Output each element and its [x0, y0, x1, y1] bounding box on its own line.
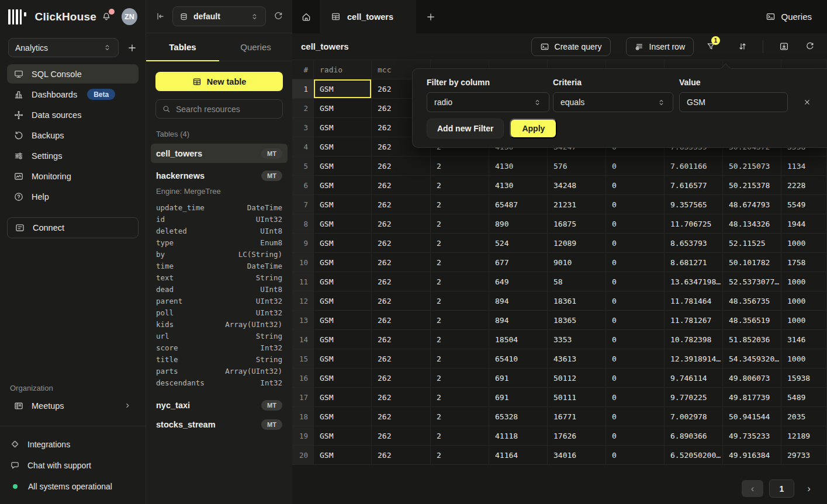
cell-r11-c9[interactable]: 1000 [781, 272, 827, 291]
cell-r18-c1[interactable]: GSM [314, 407, 372, 426]
avatar[interactable]: ZN [122, 8, 137, 25]
cell-r20-c9[interactable]: 29733 [781, 446, 827, 465]
cell-r19-c6[interactable]: 0 [606, 426, 665, 446]
cell-r18-c6[interactable]: 0 [606, 407, 665, 426]
cell-r15-c9[interactable]: 1000 [781, 349, 827, 369]
cell-r16-c3[interactable]: 2 [431, 369, 489, 388]
cell-r6-c3[interactable]: 2 [431, 176, 489, 195]
row-number[interactable]: 9 [292, 234, 314, 253]
cell-r7-c3[interactable]: 2 [431, 195, 489, 214]
cell-r11-c1[interactable]: GSM [314, 272, 372, 291]
cell-r8-c2[interactable]: 262 [372, 214, 431, 234]
tab-queries[interactable]: Queries [219, 33, 292, 61]
cell-r5-c8[interactable]: 50.215073 [723, 157, 781, 176]
filter-value-input[interactable] [679, 92, 788, 112]
cell-r11-c4[interactable]: 649 [489, 272, 548, 291]
cell-r17-c4[interactable]: 691 [489, 388, 548, 407]
cell-r15-c2[interactable]: 262 [372, 349, 431, 369]
row-number[interactable]: 11 [292, 272, 314, 291]
cell-r9-c3[interactable]: 2 [431, 234, 489, 253]
cell-r8-c9[interactable]: 1944 [781, 214, 827, 234]
cell-r20-c8[interactable]: 49.916384 [723, 446, 781, 465]
cell-r6-c2[interactable]: 262 [372, 176, 431, 195]
cell-r13-c9[interactable]: 1000 [781, 311, 827, 330]
cell-r18-c4[interactable]: 65328 [489, 407, 548, 426]
cell-r13-c4[interactable]: 894 [489, 311, 548, 330]
cell-r15-c6[interactable]: 0 [606, 349, 665, 369]
cell-r14-c4[interactable]: 18504 [489, 330, 548, 349]
cell-r6-c6[interactable]: 0 [606, 176, 665, 195]
cell-r19-c4[interactable]: 41118 [489, 426, 548, 446]
cell-r5-c4[interactable]: 4130 [489, 157, 548, 176]
cell-r12-c9[interactable]: 1000 [781, 291, 827, 311]
cell-r20-c5[interactable]: 34016 [548, 446, 606, 465]
cell-r18-c3[interactable]: 2 [431, 407, 489, 426]
sidebar-item-settings[interactable]: Settings [7, 146, 139, 165]
new-tab-button[interactable] [416, 0, 445, 33]
cell-r11-c2[interactable]: 262 [372, 272, 431, 291]
cell-r10-c8[interactable]: 50.101782 [723, 253, 781, 272]
new-table-button[interactable]: New table [155, 72, 283, 91]
cell-r14-c3[interactable]: 2 [431, 330, 489, 349]
filter-column-select[interactable]: radio [427, 92, 549, 112]
row-number[interactable]: 5 [292, 157, 314, 176]
row-number[interactable]: 17 [292, 388, 314, 407]
cell-r20-c6[interactable]: 0 [606, 446, 665, 465]
table-item-cell-towers[interactable]: cell_towers MT [151, 144, 288, 163]
export-button[interactable] [775, 38, 793, 55]
cell-r9-c5[interactable]: 12089 [548, 234, 606, 253]
cell-r20-c7[interactable]: 6.52050200… [665, 446, 723, 465]
sidebar-item-data-sources[interactable]: Data sources [7, 105, 139, 124]
cell-r10-c1[interactable]: GSM [314, 253, 372, 272]
cell-r9-c7[interactable]: 8.653793 [665, 234, 723, 253]
cell-r13-c3[interactable]: 2 [431, 311, 489, 330]
row-number[interactable]: 7 [292, 195, 314, 214]
cell-r16-c2[interactable]: 262 [372, 369, 431, 388]
cell-r16-c6[interactable]: 0 [606, 369, 665, 388]
current-page[interactable]: 1 [769, 479, 794, 498]
refresh-data-button[interactable] [801, 38, 818, 55]
cell-r7-c1[interactable]: GSM [314, 195, 372, 214]
cell-r9-c8[interactable]: 52.11525 [723, 234, 781, 253]
cell-r14-c9[interactable]: 3146 [781, 330, 827, 349]
cell-r18-c5[interactable]: 16771 [548, 407, 606, 426]
row-number[interactable]: 10 [292, 253, 314, 272]
cell-r13-c5[interactable]: 18365 [548, 311, 606, 330]
cell-r18-c8[interactable]: 50.941544 [723, 407, 781, 426]
cell-r9-c1[interactable]: GSM [314, 234, 372, 253]
cell-r7-c7[interactable]: 9.357565 [665, 195, 723, 214]
create-query-button[interactable]: Create query [531, 37, 611, 56]
org-item-meetups[interactable]: Meetups [7, 396, 139, 415]
table-item-hackernews[interactable]: hackernews MT [151, 166, 288, 185]
cell-r17-c5[interactable]: 50111 [548, 388, 606, 407]
cell-r9-c4[interactable]: 524 [489, 234, 548, 253]
cell-r7-c6[interactable]: 0 [606, 195, 665, 214]
cell-r8-c7[interactable]: 11.706725 [665, 214, 723, 234]
cell-r18-c2[interactable]: 262 [372, 407, 431, 426]
cell-r19-c3[interactable]: 2 [431, 426, 489, 446]
cell-r7-c2[interactable]: 262 [372, 195, 431, 214]
remove-filter-button[interactable] [803, 98, 811, 106]
cell-r11-c7[interactable]: 13.6347198… [665, 272, 723, 291]
row-number[interactable]: 14 [292, 330, 314, 349]
cell-r9-c9[interactable]: 1000 [781, 234, 827, 253]
home-tab-button[interactable] [292, 0, 320, 33]
cell-r19-c2[interactable]: 262 [372, 426, 431, 446]
cell-r20-c2[interactable]: 262 [372, 446, 431, 465]
cell-r6-c1[interactable]: GSM [314, 176, 372, 195]
cell-r20-c1[interactable]: GSM [314, 446, 372, 465]
cell-r15-c5[interactable]: 43613 [548, 349, 606, 369]
row-number[interactable]: 15 [292, 349, 314, 369]
cell-r19-c5[interactable]: 17626 [548, 426, 606, 446]
workspace-select[interactable]: Analytics [8, 38, 119, 57]
cell-r15-c1[interactable]: GSM [314, 349, 372, 369]
sidebar-item-monitoring[interactable]: Monitoring [7, 166, 139, 186]
cell-r17-c1[interactable]: GSM [314, 388, 372, 407]
cell-r5-c5[interactable]: 576 [548, 157, 606, 176]
collapse-panel-button[interactable] [155, 11, 165, 22]
cell-r10-c2[interactable]: 262 [372, 253, 431, 272]
cell-r13-c7[interactable]: 11.781267 [665, 311, 723, 330]
cell-r14-c1[interactable]: GSM [314, 330, 372, 349]
cell-r8-c5[interactable]: 16875 [548, 214, 606, 234]
sidebar-item-help[interactable]: Help [7, 187, 139, 206]
